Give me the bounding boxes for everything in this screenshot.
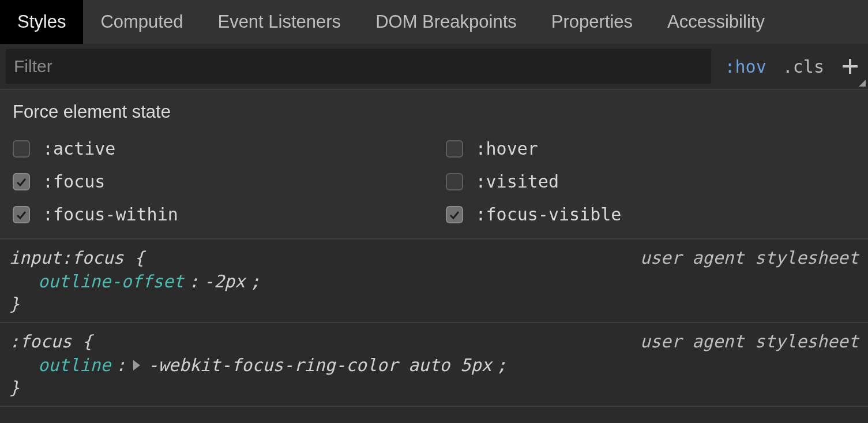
tab-computed[interactable]: Computed <box>83 0 200 44</box>
tab-styles[interactable]: Styles <box>0 0 83 44</box>
filter-input[interactable] <box>6 49 711 84</box>
tab-event-listeners[interactable]: Event Listeners <box>200 0 358 44</box>
checkbox-icon <box>446 173 463 190</box>
svg-rect-1 <box>843 65 858 68</box>
checkbox-checked-icon <box>13 173 30 190</box>
tab-bar: Styles Computed Event Listeners DOM Brea… <box>0 0 868 44</box>
force-element-state-panel: Force element state :active :hover :focu… <box>0 90 868 239</box>
new-style-rule-button[interactable] <box>838 54 862 78</box>
css-property: outline-offset <box>38 271 184 291</box>
state-label: :focus <box>43 171 105 192</box>
stylesheet-source: user agent stylesheet <box>640 248 859 268</box>
state-grid: :active :hover :focus :visited :focus-wi… <box>13 138 855 224</box>
css-rule[interactable]: :focus { user agent stylesheet outline: … <box>0 323 868 407</box>
state-toggle-visited[interactable]: :visited <box>446 171 856 192</box>
checkbox-checked-icon <box>13 206 30 223</box>
plus-icon <box>841 58 859 75</box>
open-brace: { <box>134 248 145 268</box>
toggle-hov-button[interactable]: :hov <box>723 57 769 77</box>
css-rule[interactable]: input:focus { user agent stylesheet outl… <box>0 239 868 323</box>
state-label: :active <box>43 138 115 159</box>
expand-triangle-icon[interactable] <box>133 360 140 370</box>
state-toggle-focus-within[interactable]: :focus-within <box>13 204 423 224</box>
css-property: outline <box>38 355 111 375</box>
css-selector: :focus <box>9 331 72 351</box>
styles-toolbar: :hov .cls <box>0 44 868 90</box>
tab-dom-breakpoints[interactable]: DOM Breakpoints <box>358 0 534 44</box>
css-declaration[interactable]: outline: -webkit-focus-ring-color auto 5… <box>9 355 859 375</box>
tab-accessibility[interactable]: Accessibility <box>650 0 782 44</box>
css-value: -webkit-focus-ring-color auto 5px <box>148 355 492 375</box>
state-toggle-hover[interactable]: :hover <box>446 138 856 159</box>
dropdown-indicator-icon <box>859 80 866 87</box>
stylesheet-source: user agent stylesheet <box>640 331 859 351</box>
state-label: :hover <box>476 138 538 159</box>
css-selector: input:focus <box>9 248 124 268</box>
checkbox-icon <box>13 140 30 158</box>
close-brace: } <box>9 377 859 398</box>
state-toggle-focus-visible[interactable]: :focus-visible <box>446 204 856 224</box>
css-declaration[interactable]: outline-offset: -2px; <box>9 271 859 291</box>
force-element-state-title: Force element state <box>13 102 855 122</box>
open-brace: { <box>82 331 92 351</box>
state-label: :focus-visible <box>476 204 622 224</box>
close-brace: } <box>9 294 859 314</box>
state-label: :focus-within <box>43 204 178 224</box>
state-label: :visited <box>476 171 559 192</box>
toggle-cls-button[interactable]: .cls <box>780 57 826 77</box>
checkbox-checked-icon <box>446 206 463 223</box>
css-value: -2px <box>204 271 245 291</box>
state-toggle-focus[interactable]: :focus <box>13 171 423 192</box>
checkbox-icon <box>446 140 463 158</box>
state-toggle-active[interactable]: :active <box>13 138 423 159</box>
tab-properties[interactable]: Properties <box>534 0 650 44</box>
